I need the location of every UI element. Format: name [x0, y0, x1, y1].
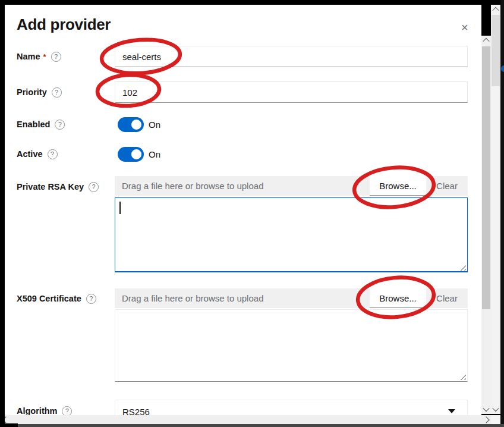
private-rsa-clear-button[interactable]: Clear	[426, 176, 468, 196]
active-state-label: On	[149, 149, 160, 159]
window-corner	[0, 423, 18, 427]
private-rsa-key-label: Private RSA Key ?	[17, 181, 99, 192]
close-icon[interactable]: ×	[461, 21, 468, 33]
chevron-up-icon[interactable]	[491, 5, 500, 14]
text-cursor	[119, 202, 121, 214]
private-rsa-browse-button[interactable]: Browse...	[370, 176, 426, 196]
name-value[interactable]	[115, 46, 468, 67]
priority-value[interactable]	[115, 81, 468, 103]
screen: Add provider × Name * ? Priority ? Enabl…	[0, 0, 504, 427]
help-icon[interactable]: ?	[62, 406, 72, 416]
x509-certificate-textarea[interactable]	[115, 309, 468, 382]
help-icon[interactable]: ?	[48, 149, 58, 159]
toggle-knob	[131, 149, 141, 159]
page-scrollbar-thumb[interactable]	[492, 15, 500, 86]
window-border-left	[0, 0, 5, 427]
active-toggle[interactable]	[118, 147, 144, 162]
modal-vertical-scrollbar[interactable]	[481, 36, 491, 414]
chevron-down-icon[interactable]	[491, 404, 500, 414]
horizontal-scrollbar[interactable]	[1, 415, 491, 424]
priority-label: Priority ?	[17, 87, 62, 98]
help-icon[interactable]: ?	[51, 52, 61, 62]
chevron-down-icon[interactable]	[481, 404, 491, 414]
x509-upload-placeholder: Drag a file here or browse to upload	[115, 288, 370, 308]
chevron-right-icon[interactable]	[483, 416, 489, 423]
required-asterisk: *	[43, 52, 46, 61]
modal-title: Add provider	[17, 15, 111, 34]
x509-certificate-label: X509 Certificate ?	[17, 293, 96, 304]
private-rsa-upload-placeholder: Drag a file here or browse to upload	[115, 176, 370, 196]
help-icon[interactable]: ?	[86, 294, 96, 304]
x509-browse-button[interactable]: Browse...	[370, 288, 426, 308]
modal-scrollbar-thumb[interactable]	[482, 46, 490, 309]
help-icon[interactable]: ?	[55, 120, 65, 130]
add-provider-modal: Add provider × Name * ? Priority ? Enabl…	[5, 5, 481, 423]
page-vertical-scrollbar[interactable]	[491, 5, 500, 414]
window-border-top	[0, 0, 504, 5]
enabled-label: Enabled ?	[17, 119, 65, 130]
enabled-state-label: On	[149, 119, 160, 130]
background-sliver	[500, 0, 504, 427]
private-rsa-key-textarea[interactable]	[115, 197, 468, 272]
private-rsa-upload-bar: Drag a file here or browse to upload Bro…	[115, 176, 468, 196]
chevron-up-icon[interactable]	[481, 36, 491, 45]
help-icon[interactable]: ?	[52, 87, 62, 98]
help-icon[interactable]: ?	[89, 182, 99, 192]
name-label: Name * ?	[17, 51, 61, 62]
window-border-bottom	[0, 424, 504, 427]
active-label: Active ?	[17, 149, 58, 159]
x509-clear-button[interactable]: Clear	[426, 288, 468, 308]
scrollbar-corner	[491, 415, 500, 424]
toggle-knob	[131, 120, 141, 130]
background-toggle-fragment	[501, 65, 504, 72]
caret-down-icon	[448, 409, 455, 413]
x509-upload-bar: Drag a file here or browse to upload Bro…	[115, 288, 468, 308]
enabled-toggle[interactable]	[118, 117, 144, 132]
